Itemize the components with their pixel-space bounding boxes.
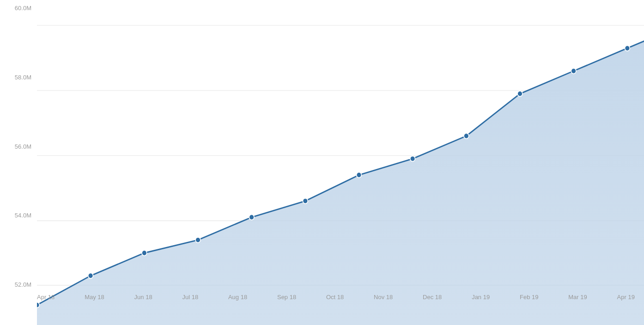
dot-feb19 <box>571 68 576 74</box>
x-label-mar19: Mar 19 <box>568 294 587 301</box>
dot-dec18 <box>464 133 469 139</box>
x-label-sep18: Sep 18 <box>277 294 296 301</box>
x-label-aug18: Aug 18 <box>228 294 247 301</box>
y-label-56: 56.0M <box>0 143 37 150</box>
chart-svg <box>37 9 644 325</box>
x-label-apr19: Apr 19 <box>617 294 635 301</box>
x-label-jul18: Jul 18 <box>182 294 198 301</box>
x-label-apr18: Apr 18 <box>37 294 55 301</box>
chart-svg-area <box>37 9 644 325</box>
y-axis: 60.0M 58.0M 56.0M 54.0M 52.0M <box>0 0 37 288</box>
dot-jul18 <box>195 237 200 243</box>
x-label-oct18: Oct 18 <box>326 294 344 301</box>
dot-jun18 <box>142 250 147 256</box>
x-label-nov18: Nov 18 <box>374 294 393 301</box>
y-label-52: 52.0M <box>0 281 37 288</box>
dot-sep18 <box>303 199 308 204</box>
dot-oct18 <box>357 172 362 178</box>
y-label-54: 54.0M <box>0 212 37 219</box>
x-label-may18: May 18 <box>85 294 104 301</box>
x-label-feb19: Feb 19 <box>520 294 538 301</box>
dot-may18 <box>88 273 93 278</box>
chart-area-fill <box>37 25 644 325</box>
x-label-dec18: Dec 18 <box>423 294 442 301</box>
dot-mar19 <box>625 46 630 51</box>
dot-jan19 <box>517 91 522 96</box>
x-label-jun18: Jun 18 <box>134 294 152 301</box>
y-label-60: 60.0M <box>0 5 37 12</box>
chart-container: 60.0M 58.0M 56.0M 54.0M 52.0M <box>0 0 644 325</box>
y-label-58: 58.0M <box>0 74 37 81</box>
dot-nov18 <box>410 156 415 162</box>
dot-aug18 <box>249 215 254 220</box>
x-label-jan19: Jan 19 <box>472 294 490 301</box>
x-axis: Apr 18 May 18 Jun 18 Jul 18 Aug 18 Sep 1… <box>37 288 635 325</box>
